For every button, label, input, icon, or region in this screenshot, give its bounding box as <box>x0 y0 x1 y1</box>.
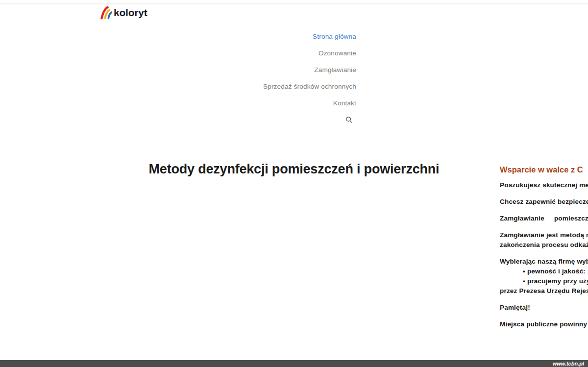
aside-bullet-line: • pewność i jakość: <box>500 267 588 276</box>
search-icon[interactable] <box>345 116 353 123</box>
logo-text: koloryt <box>114 7 147 19</box>
aside-text-line: zakończenia procesu odkaż <box>500 240 588 250</box>
aside-text-line: Poszukujesz skutecznej me <box>500 180 588 190</box>
logo[interactable]: koloryt <box>100 6 147 20</box>
aside-text-line: Pamiętaj! <box>500 303 588 313</box>
aside-text-line: Chcesz zapewnić bezpiecze <box>500 197 588 207</box>
nav-item-kontakt[interactable]: Kontakt <box>333 99 356 107</box>
footer-site-label: www.tcbn.pl <box>553 360 588 367</box>
nav-item-ozonowanie[interactable]: Ozonowanie <box>318 49 356 57</box>
aside-text-line: Miejsca publiczne powinny b <box>500 319 588 329</box>
aside-heading: Wsparcie w walce z C <box>500 165 588 174</box>
aside-paragraph: Wybierając naszą firmę wyb • pewność i j… <box>500 257 588 296</box>
aside-paragraph: Zamgławianie jest metodą n zakończenia p… <box>500 230 588 250</box>
nav-item-strona-glowna[interactable]: Strona główna <box>313 33 356 41</box>
header-divider <box>0 3 588 4</box>
aside-paragraph: Chcesz zapewnić bezpiecze <box>500 197 588 207</box>
aside-paragraph: Miejsca publiczne powinny b <box>500 319 588 329</box>
aside-text-line: przez Prezesa Urzędu Rejes <box>500 286 588 296</box>
nav-item-sprzedaz-srodkow[interactable]: Sprzedaż środków ochronnych <box>263 83 356 91</box>
aside-paragraph: Poszukujesz skutecznej me <box>500 180 588 190</box>
aside-paragraph: Zamgławianie pomieszcze <box>500 214 588 223</box>
aside-paragraph: Pamiętaj! <box>500 303 588 313</box>
footer-bar: www.tcbn.pl <box>0 360 588 367</box>
brush-strokes-icon <box>100 6 113 20</box>
aside-column: Wsparcie w walce z C Poszukujesz skutecz… <box>500 165 588 336</box>
aside-text-line: Wybierając naszą firmę wyb <box>500 257 588 267</box>
nav-item-zamglawianie[interactable]: Zamgławianie <box>314 66 356 74</box>
aside-text-line: Zamgławianie pomieszcze <box>500 214 588 223</box>
aside-text-line: Zamgławianie jest metodą n <box>500 230 588 240</box>
main-nav: Strona główna Ozonowanie Zamgławianie Sp… <box>263 33 356 123</box>
aside-bullet-line: • pracujemy przy uży <box>500 276 588 286</box>
